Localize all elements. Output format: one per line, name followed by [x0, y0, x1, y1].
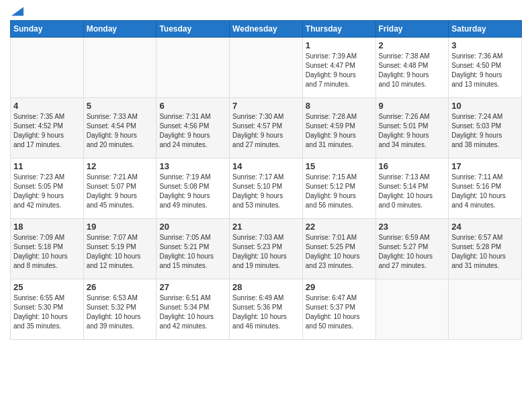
- day-number: 28: [232, 282, 300, 292]
- week-row-1: 1Sunrise: 7:39 AM Sunset: 4:47 PM Daylig…: [11, 38, 522, 98]
- calendar-cell: 19Sunrise: 7:07 AM Sunset: 5:19 PM Dayli…: [83, 219, 157, 279]
- calendar-cell: 24Sunrise: 6:57 AM Sunset: 5:28 PM Dayli…: [449, 219, 522, 279]
- day-info: Sunrise: 7:24 AM Sunset: 5:03 PM Dayligh…: [451, 112, 519, 150]
- day-info: Sunrise: 6:47 AM Sunset: 5:37 PM Dayligh…: [306, 293, 373, 331]
- calendar-cell: 29Sunrise: 6:47 AM Sunset: 5:37 PM Dayli…: [302, 279, 375, 340]
- logo: [10, 7, 24, 16]
- page-header: [10, 7, 522, 16]
- calendar-cell: 16Sunrise: 7:13 AM Sunset: 5:14 PM Dayli…: [375, 158, 449, 219]
- day-number: 1: [306, 40, 373, 50]
- day-number: 23: [379, 222, 446, 232]
- day-number: 22: [306, 222, 373, 232]
- day-number: 29: [306, 282, 373, 292]
- calendar-cell: 12Sunrise: 7:21 AM Sunset: 5:07 PM Dayli…: [83, 158, 157, 219]
- calendar-cell: 9Sunrise: 7:26 AM Sunset: 5:01 PM Daylig…: [375, 98, 449, 158]
- calendar-table: SundayMondayTuesdayWednesdayThursdayFrid…: [10, 20, 522, 340]
- calendar-cell: [230, 38, 303, 98]
- day-number: 15: [306, 161, 373, 171]
- day-info: Sunrise: 7:07 AM Sunset: 5:19 PM Dayligh…: [87, 233, 154, 271]
- calendar-cell: 17Sunrise: 7:11 AM Sunset: 5:16 PM Dayli…: [449, 158, 522, 219]
- day-info: Sunrise: 7:05 AM Sunset: 5:21 PM Dayligh…: [159, 233, 226, 271]
- day-info: Sunrise: 7:36 AM Sunset: 4:50 PM Dayligh…: [451, 52, 519, 89]
- day-number: 10: [451, 101, 519, 111]
- day-number: 11: [13, 161, 81, 171]
- calendar-cell: 6Sunrise: 7:31 AM Sunset: 4:56 PM Daylig…: [157, 98, 230, 158]
- calendar-cell: [375, 279, 449, 340]
- day-number: 7: [232, 101, 300, 111]
- day-info: Sunrise: 6:49 AM Sunset: 5:36 PM Dayligh…: [232, 293, 300, 331]
- calendar-cell: 26Sunrise: 6:53 AM Sunset: 5:32 PM Dayli…: [83, 279, 157, 340]
- col-header-sunday: Sunday: [11, 21, 84, 38]
- calendar-cell: 5Sunrise: 7:33 AM Sunset: 4:54 PM Daylig…: [83, 98, 157, 158]
- calendar-cell: [11, 38, 84, 98]
- week-row-5: 25Sunrise: 6:55 AM Sunset: 5:30 PM Dayli…: [11, 279, 522, 340]
- calendar-cell: 8Sunrise: 7:28 AM Sunset: 4:59 PM Daylig…: [302, 98, 375, 158]
- calendar-cell: 3Sunrise: 7:36 AM Sunset: 4:50 PM Daylig…: [449, 38, 522, 98]
- day-number: 19: [87, 222, 154, 232]
- day-info: Sunrise: 7:38 AM Sunset: 4:48 PM Dayligh…: [379, 52, 446, 89]
- day-number: 17: [451, 161, 519, 171]
- day-number: 9: [379, 101, 446, 111]
- day-info: Sunrise: 7:01 AM Sunset: 5:25 PM Dayligh…: [306, 233, 373, 271]
- day-number: 13: [159, 161, 226, 171]
- day-info: Sunrise: 7:17 AM Sunset: 5:10 PM Dayligh…: [232, 173, 300, 210]
- col-header-wednesday: Wednesday: [230, 21, 303, 38]
- day-info: Sunrise: 6:59 AM Sunset: 5:27 PM Dayligh…: [379, 233, 446, 271]
- day-number: 18: [13, 222, 81, 232]
- day-number: 27: [159, 282, 226, 292]
- day-number: 16: [379, 161, 446, 171]
- calendar-cell: 13Sunrise: 7:19 AM Sunset: 5:08 PM Dayli…: [157, 158, 230, 219]
- day-number: 20: [159, 222, 226, 232]
- day-info: Sunrise: 6:57 AM Sunset: 5:28 PM Dayligh…: [451, 233, 519, 271]
- calendar-cell: [157, 38, 230, 98]
- day-info: Sunrise: 7:23 AM Sunset: 5:05 PM Dayligh…: [13, 173, 81, 210]
- col-header-friday: Friday: [375, 21, 449, 38]
- day-info: Sunrise: 7:26 AM Sunset: 5:01 PM Dayligh…: [379, 112, 446, 150]
- calendar-cell: 20Sunrise: 7:05 AM Sunset: 5:21 PM Dayli…: [157, 219, 230, 279]
- calendar-cell: 14Sunrise: 7:17 AM Sunset: 5:10 PM Dayli…: [230, 158, 303, 219]
- day-number: 24: [451, 222, 519, 232]
- calendar-cell: 1Sunrise: 7:39 AM Sunset: 4:47 PM Daylig…: [302, 38, 375, 98]
- day-info: Sunrise: 6:53 AM Sunset: 5:32 PM Dayligh…: [87, 293, 154, 331]
- day-info: Sunrise: 7:31 AM Sunset: 4:56 PM Dayligh…: [159, 112, 226, 150]
- calendar-cell: 21Sunrise: 7:03 AM Sunset: 5:23 PM Dayli…: [230, 219, 303, 279]
- calendar-cell: 27Sunrise: 6:51 AM Sunset: 5:34 PM Dayli…: [157, 279, 230, 340]
- day-info: Sunrise: 6:51 AM Sunset: 5:34 PM Dayligh…: [159, 293, 226, 331]
- calendar-cell: 11Sunrise: 7:23 AM Sunset: 5:05 PM Dayli…: [11, 158, 84, 219]
- day-number: 4: [13, 101, 81, 111]
- calendar-cell: 28Sunrise: 6:49 AM Sunset: 5:36 PM Dayli…: [230, 279, 303, 340]
- day-number: 25: [13, 282, 81, 292]
- calendar-cell: 22Sunrise: 7:01 AM Sunset: 5:25 PM Dayli…: [302, 219, 375, 279]
- day-number: 12: [87, 161, 154, 171]
- day-info: Sunrise: 6:55 AM Sunset: 5:30 PM Dayligh…: [13, 293, 81, 331]
- day-info: Sunrise: 7:09 AM Sunset: 5:18 PM Dayligh…: [13, 233, 81, 271]
- calendar-cell: [449, 279, 522, 340]
- calendar-cell: 10Sunrise: 7:24 AM Sunset: 5:03 PM Dayli…: [449, 98, 522, 158]
- day-info: Sunrise: 7:15 AM Sunset: 5:12 PM Dayligh…: [306, 173, 373, 210]
- col-header-tuesday: Tuesday: [157, 21, 230, 38]
- calendar-cell: [83, 38, 157, 98]
- day-number: 3: [451, 40, 519, 50]
- svg-marker-0: [11, 7, 24, 15]
- day-info: Sunrise: 7:13 AM Sunset: 5:14 PM Dayligh…: [379, 173, 446, 210]
- day-info: Sunrise: 7:21 AM Sunset: 5:07 PM Dayligh…: [87, 173, 154, 210]
- day-info: Sunrise: 7:35 AM Sunset: 4:52 PM Dayligh…: [13, 112, 81, 150]
- week-row-2: 4Sunrise: 7:35 AM Sunset: 4:52 PM Daylig…: [11, 98, 522, 158]
- day-number: 2: [379, 40, 446, 50]
- calendar-cell: 7Sunrise: 7:30 AM Sunset: 4:57 PM Daylig…: [230, 98, 303, 158]
- day-number: 21: [232, 222, 300, 232]
- day-info: Sunrise: 7:03 AM Sunset: 5:23 PM Dayligh…: [232, 233, 300, 271]
- day-info: Sunrise: 7:11 AM Sunset: 5:16 PM Dayligh…: [451, 173, 519, 210]
- logo-icon: [11, 7, 24, 16]
- calendar-cell: 23Sunrise: 6:59 AM Sunset: 5:27 PM Dayli…: [375, 219, 449, 279]
- col-header-monday: Monday: [83, 21, 157, 38]
- week-row-4: 18Sunrise: 7:09 AM Sunset: 5:18 PM Dayli…: [11, 219, 522, 279]
- day-info: Sunrise: 7:19 AM Sunset: 5:08 PM Dayligh…: [159, 173, 226, 210]
- day-number: 8: [306, 101, 373, 111]
- calendar-cell: 18Sunrise: 7:09 AM Sunset: 5:18 PM Dayli…: [11, 219, 84, 279]
- calendar-cell: 25Sunrise: 6:55 AM Sunset: 5:30 PM Dayli…: [11, 279, 84, 340]
- calendar-cell: 4Sunrise: 7:35 AM Sunset: 4:52 PM Daylig…: [11, 98, 84, 158]
- day-info: Sunrise: 7:28 AM Sunset: 4:59 PM Dayligh…: [306, 112, 373, 150]
- calendar-cell: 2Sunrise: 7:38 AM Sunset: 4:48 PM Daylig…: [375, 38, 449, 98]
- day-info: Sunrise: 7:30 AM Sunset: 4:57 PM Dayligh…: [232, 112, 300, 150]
